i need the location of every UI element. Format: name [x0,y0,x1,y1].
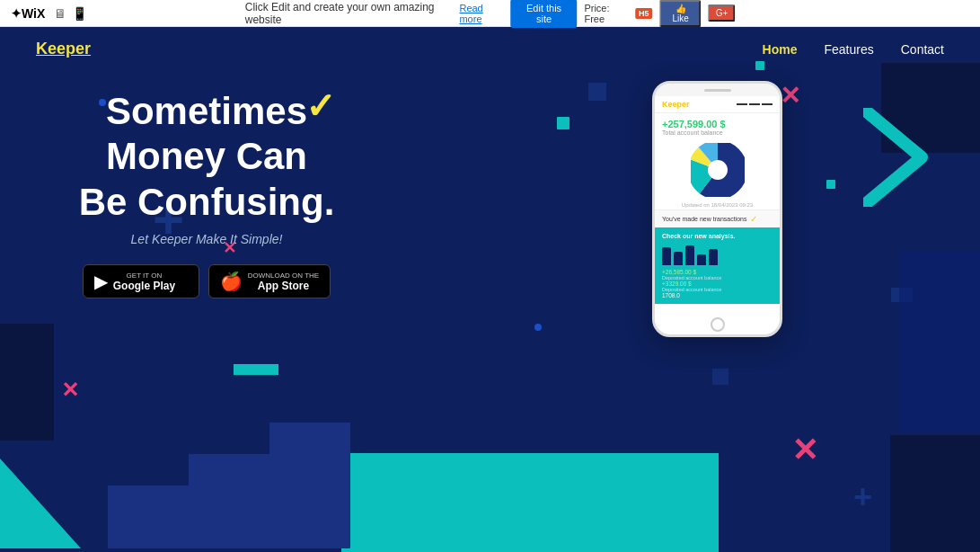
svg-point-8 [709,161,727,179]
chart-bar-1 [662,247,671,265]
edit-site-button[interactable]: Edit this site [511,0,578,28]
price-text: Price: Free [584,3,628,24]
gplus-button[interactable]: G+ [709,4,736,22]
phone-home-button [711,317,725,332]
plus-right-bottom: + [853,478,872,516]
nav-logo[interactable]: Keeper [36,40,91,58]
stat-1: +26,585.00 $ [662,269,773,275]
x-pink-bottom: ✕ [61,378,79,403]
google-play-icon: ▶ [94,271,108,292]
mobile-icon[interactable]: 📱 [72,6,87,21]
chart-bar-5 [709,249,718,265]
phone-speaker [704,89,731,92]
read-more-link[interactable]: Read more [459,3,503,24]
pie-chart [691,143,745,197]
dark-block-left [0,324,54,441]
stat-2: +3329.00 $ [662,280,773,287]
hero-section: Sometimes Money Can Be Confusing. Let Ke… [0,71,980,298]
app-notification: You've made new transactions ✓ [655,209,780,227]
app-stats: +26,585.00 $ Deposited account balance +… [662,269,773,298]
app-chart-area [655,139,780,200]
like-button[interactable]: 👍 Like [660,0,702,27]
hero-title: Sometimes Money Can Be Confusing. [72,89,341,225]
desktop-icon[interactable]: 🖥 [54,6,66,21]
teal-rect-mid [234,364,278,375]
svg-rect-1 [108,485,189,548]
app-updated: Updated on 18/04/2023 09:23 [655,200,780,209]
google-play-button[interactable]: ▶ GET IT ON Google Play [83,264,199,298]
analytics-chart [662,243,773,265]
nav-features[interactable]: Features [825,42,874,57]
teal-block-bottom [341,453,719,552]
site-wrapper: + ✓ ✕ ✕ ✕ ✕ + Keeper Home [0,27,980,552]
dark-block-bottom-right [890,435,980,552]
app-balance-amount: +257,599.00 $ [662,119,773,129]
navigation: Keeper Home Features Contact [0,27,980,71]
hero-text-block: Sometimes Money Can Be Confusing. Let Ke… [72,89,341,298]
html5-badge: H5 [635,8,653,19]
google-play-text: GET IT ON Google Play [113,272,175,292]
chart-bar-4 [697,254,706,265]
phone-mockup: Keeper +257,599.00 $ Total account balan… [652,81,782,337]
hero-buttons: ▶ GET IT ON Google Play 🍎 Download on th… [72,264,341,298]
svg-marker-0 [0,459,81,548]
blue-dot-2 [534,324,542,331]
phone-top [655,84,780,96]
white-staircase [108,423,350,552]
wix-logo-text: ✦WiX [11,6,45,21]
app-balance-section: +257,599.00 $ Total account balance [655,113,780,139]
app-analytics-block: Check our new analysis. +26,585.00 $ Dep… [655,227,780,304]
blue-sq-3 [712,369,728,385]
nav-home[interactable]: Home [763,42,798,57]
check-icon: ✓ [750,214,757,224]
edit-prompt-text: Click Edit and create your own amazing w… [245,1,453,26]
wix-topbar: ✦WiX 🖥 📱 Click Edit and create your own … [0,0,980,27]
app-balance-label: Total account balance [662,129,773,136]
hero-subtitle: Let Keeper Make It Simple! [72,232,341,246]
app-notif-text: You've made new transactions [662,216,746,222]
phone-frame: Keeper +257,599.00 $ Total account balan… [652,81,782,337]
stat-3: 1708.0 [662,292,773,298]
analytics-title: Check our new analysis. [662,233,773,239]
teal-triangle-bottom-left [0,441,108,552]
phone-screen: Keeper +257,599.00 $ Total account balan… [655,96,780,322]
chart-bar-3 [685,245,694,265]
app-hamburger [737,102,773,107]
wix-logo: ✦WiX [11,6,45,21]
apple-icon: 🍎 [220,271,243,292]
x-pink-right: ✕ [791,432,818,469]
nav-contact[interactable]: Contact [901,42,944,57]
app-store-text: Download on the App Store [248,272,319,292]
app-store-button[interactable]: 🍎 Download on the App Store [208,264,331,298]
svg-rect-3 [269,423,350,548]
device-icons: 🖥 📱 [54,6,87,21]
app-header: Keeper [655,96,780,113]
wix-center-bar: Click Edit and create your own amazing w… [245,0,736,28]
svg-rect-2 [189,454,269,548]
chart-bar-2 [674,252,683,265]
nav-links: Home Features Contact [763,42,944,57]
app-logo: Keeper [662,100,690,109]
